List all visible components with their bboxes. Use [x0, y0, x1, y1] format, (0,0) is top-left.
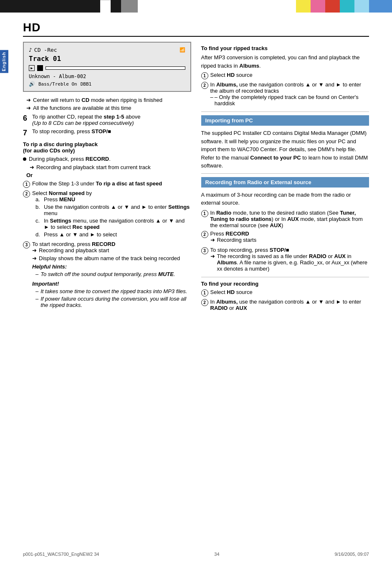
page-footer: p001-p051_WACS700_EngNEW2 34 34 9/16/200… [23, 552, 369, 557]
dbb-label: DBB1 [81, 81, 92, 87]
rr-step-2-circle: 2 [201, 231, 208, 238]
only-ripped-note: – – Only the completely ripped track can… [210, 94, 369, 106]
progress-row: ▶ [29, 65, 185, 71]
step-6-content: To rip another CD, repeat the step 1-5 a… [32, 114, 191, 126]
cd-rec-title: CD -Rec [34, 47, 57, 53]
find-recording-header: To find your recording [201, 281, 369, 287]
divider-1 [201, 111, 369, 112]
divider-2 [201, 173, 369, 174]
step-2a: a. Press MENU [32, 196, 191, 203]
step-3-content: To start recording, press RECORD ➜ Recor… [32, 241, 191, 312]
recording-playback-text: Recording and playback start from curren… [36, 164, 151, 170]
play-icon: ▶ [29, 65, 35, 71]
step-2d: d. Press ▲ or ▼ and ► to select [32, 231, 191, 238]
page-title: HD [23, 21, 369, 37]
saved-as-note: ➜ The recording is saved as a file under… [210, 253, 369, 272]
rr-step-1-content: In Radio mode, tune to the desired radio… [210, 210, 369, 228]
recording-starts-note: ➜ Recording starts [210, 237, 369, 243]
step-3: 3 To start recording, press RECORD ➜ Rec… [23, 241, 191, 312]
helpful-hints-block: Helpful hints: – To switch off the sound… [32, 263, 191, 277]
rr-step-3-circle: 3 [201, 247, 208, 254]
recording-playback-text2: Recording and playback start [39, 247, 109, 253]
hint-dash: – [35, 271, 38, 277]
fr-step-1-content: Select HD source [210, 289, 369, 295]
rr-step-3: 3 To stop recording, press STOP/■ ➜ The … [201, 247, 369, 274]
right-step-2-circle: 2 [201, 82, 208, 89]
imp-text-1: It takes some time to convert the ripped… [40, 288, 187, 294]
arrow-icon8: ➜ [210, 253, 215, 259]
left-column: ♪ CD -Rec 📶 Track 01 ▶ Unknown - Album-0… [23, 42, 191, 314]
functions-available-note: ➜ All the functions are available at thi… [23, 105, 191, 111]
step-2b-label: b. [35, 204, 44, 210]
step-7-text: To stop recording, press STOP/■ [32, 128, 111, 134]
two-column-layout: ♪ CD -Rec 📶 Track 01 ▶ Unknown - Album-0… [23, 42, 369, 314]
bass-row: 🔊 Bass/Treble On DBB1 [29, 81, 185, 87]
cd-rec-display: ♪ CD -Rec 📶 Track 01 ▶ Unknown - Album-0… [23, 42, 191, 92]
arrow-icon3: ➜ [30, 164, 34, 170]
importing-pc-header: Importing from PC [201, 115, 369, 126]
imp-dash-1: – [35, 288, 38, 294]
saved-as-text: The recording is saved as a file under R… [217, 253, 369, 272]
signal-strength-icon: 📶 [180, 47, 185, 53]
right-step-1-content: Select HD source [210, 72, 369, 78]
find-ripped-p: After MP3 conversion is completed, you c… [201, 53, 369, 70]
or-text: Or [23, 172, 191, 178]
step-2-content: Select Normal speed by a. Press MENU b. … [32, 190, 191, 239]
page-number: 34 [214, 552, 219, 557]
fr-step-1-circle: 1 [201, 289, 208, 296]
step-2b: b. Use the navigation controls ▲ or ▼ an… [32, 204, 191, 216]
step-6-sub: (Up to 8 CDs can be ripped consecutively… [32, 120, 191, 126]
right-step-1-circle: 1 [201, 72, 208, 79]
step-1-circle: 1 [23, 181, 30, 188]
step-1: 1 Follow the Step 1-3 under To rip a dis… [23, 180, 191, 188]
progress-bar [46, 66, 185, 70]
footer-right-text: 9/16/2005, 09:07 [334, 552, 369, 557]
arrow-right-icon2: ➜ [26, 105, 31, 111]
recording-playback-start: ➜ Recording and playback start from curr… [23, 164, 191, 170]
step-2c-label: c. [35, 218, 44, 224]
recording-starts-text: Recording starts [217, 237, 257, 243]
step-2b-text: Use the navigation controls ▲ or ▼ and ►… [44, 204, 191, 216]
rr-step-3-content: To stop recording, press STOP/■ ➜ The re… [210, 247, 369, 274]
fr-step-2: 2 In Albums, use the navigation controls… [201, 299, 369, 311]
right-step-1: 1 Select HD source [201, 72, 369, 79]
arrow-right-icon: ➜ [26, 97, 31, 103]
fr-step-2-content: In Albums, use the navigation controls ▲… [210, 299, 369, 311]
step-2d-label: d. [35, 231, 44, 238]
fr-step-1: 1 Select HD source [201, 289, 369, 296]
important-title: Important! [32, 281, 191, 287]
during-playback-bullet: During playback, press RECORD. [23, 156, 191, 162]
step-7-number: 7 [23, 128, 32, 138]
find-ripped-header: To find your ripped tracks [201, 45, 369, 51]
display-album-note: ➜ Display shows the album name of the tr… [32, 255, 191, 261]
step-3-circle: 3 [23, 241, 30, 248]
arrow-icon5: ➜ [32, 255, 37, 261]
during-playback-text: During playback, press RECORD. [29, 156, 111, 162]
hint-mute-text: To switch off the sound output temporari… [40, 271, 175, 277]
right-column: To find your ripped tracks After MP3 con… [201, 42, 369, 314]
divider-3 [201, 277, 369, 277]
rip-disc-title: To rip a disc during playback [23, 141, 98, 147]
step-7: 7 To stop recording, press STOP/■ [23, 128, 191, 138]
step-1-content: Follow the Step 1-3 under To rip a disc … [32, 180, 191, 187]
rec-radio-header: Recording from Radio or External source [201, 177, 369, 187]
step-2a-text: Press MENU [44, 196, 75, 203]
rr-step-1: 1 In Radio mode, tune to the desired rad… [201, 210, 369, 228]
step-2: 2 Select Normal speed by a. Press MENU b… [23, 190, 191, 239]
rr-step-2: 2 Press RECORD ➜ Recording starts [201, 231, 369, 245]
rip-disc-subtitle: (for audio CDs only) [23, 147, 75, 154]
right-step-2: 2 In Albums, use the navigation controls… [201, 81, 369, 108]
only-ripped-text: – Only the completely ripped track can b… [215, 94, 369, 106]
step-2-circle: 2 [23, 190, 30, 198]
imp-dash-2: – [35, 296, 38, 308]
center-return-text: Center will return to CD mode when rippi… [33, 97, 162, 103]
stop-icon [37, 65, 43, 71]
hint-mute: – To switch off the sound output tempora… [32, 271, 191, 277]
arrow-icon7: ➜ [210, 237, 215, 243]
step-2a-label: a. [35, 196, 44, 203]
track-title: Track 01 [29, 55, 185, 63]
recording-playback-start2: ➜ Recording and playback start [32, 247, 191, 253]
fr-step-2-circle: 2 [201, 299, 208, 306]
helpful-hints-title: Helpful hints: [32, 263, 191, 270]
functions-available-text: All the functions are available at this … [33, 105, 132, 111]
